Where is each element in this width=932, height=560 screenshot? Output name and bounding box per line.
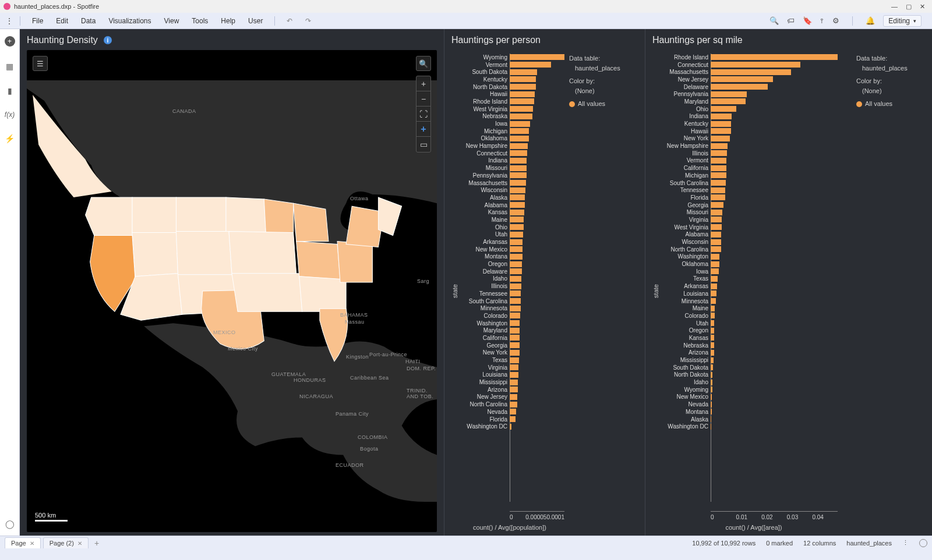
layers-button[interactable]: ☰: [33, 56, 48, 71]
bar[interactable]: [711, 158, 726, 164]
bar[interactable]: [711, 98, 746, 104]
zoom-out-button[interactable]: −: [416, 91, 430, 107]
menu-visualizations[interactable]: Visualizations: [103, 15, 157, 27]
bar[interactable]: [510, 143, 528, 149]
bar[interactable]: [711, 268, 719, 274]
bar[interactable]: [510, 364, 518, 370]
bar[interactable]: [711, 136, 730, 141]
bar[interactable]: [510, 298, 521, 304]
bar[interactable]: [711, 232, 721, 238]
bar[interactable]: [711, 143, 728, 149]
bar[interactable]: [711, 121, 731, 127]
bar[interactable]: [711, 394, 712, 400]
filter-icon[interactable]: ⫯: [820, 16, 824, 25]
bar[interactable]: [510, 402, 517, 407]
bar[interactable]: [510, 394, 517, 400]
bar[interactable]: [711, 290, 716, 296]
bar[interactable]: [510, 136, 529, 141]
bar[interactable]: [510, 283, 521, 289]
bar[interactable]: [510, 202, 525, 208]
bar[interactable]: [711, 62, 800, 68]
bar[interactable]: [510, 342, 520, 348]
bar[interactable]: [510, 350, 520, 356]
info-icon[interactable]: i: [104, 36, 112, 44]
bar[interactable]: [711, 328, 714, 334]
bar[interactable]: [711, 387, 712, 392]
selection-add-button[interactable]: +: [416, 122, 430, 137]
bar[interactable]: [711, 342, 714, 348]
bar[interactable]: [510, 128, 529, 134]
menu-data[interactable]: Data: [75, 15, 101, 27]
menu-user[interactable]: User: [242, 15, 269, 27]
settings-icon[interactable]: ⚙: [832, 16, 839, 25]
bar[interactable]: [711, 224, 722, 230]
mode-selector[interactable]: Editing▾: [883, 15, 922, 27]
menu-help[interactable]: Help: [215, 15, 241, 27]
bar[interactable]: [711, 76, 773, 82]
bar[interactable]: [510, 69, 537, 75]
bar[interactable]: [510, 424, 511, 430]
bar[interactable]: [711, 106, 736, 112]
bar[interactable]: [510, 165, 527, 171]
maximize-icon[interactable]: ▢: [906, 3, 912, 10]
bar[interactable]: [510, 261, 522, 267]
bar[interactable]: [711, 210, 722, 215]
bar[interactable]: [711, 402, 712, 407]
menu-edit[interactable]: Edit: [50, 15, 74, 27]
add-visualization-button[interactable]: +: [5, 36, 15, 47]
bar[interactable]: [510, 172, 527, 178]
bar[interactable]: [711, 128, 731, 134]
bookmark-icon[interactable]: 🔖: [803, 16, 812, 25]
bolt-tool-icon[interactable]: ⚡: [5, 134, 15, 143]
bar[interactable]: [510, 158, 527, 164]
bar[interactable]: [711, 283, 717, 289]
bar[interactable]: [510, 98, 534, 104]
bar[interactable]: [510, 150, 527, 156]
tag-icon[interactable]: 🏷: [787, 16, 795, 25]
bar[interactable]: [711, 313, 715, 318]
fx-tool-icon[interactable]: f(x): [5, 111, 15, 119]
bar[interactable]: [711, 187, 725, 193]
close-tab-icon[interactable]: ✕: [30, 540, 34, 547]
bar[interactable]: [510, 76, 536, 82]
bar[interactable]: [711, 114, 732, 119]
bar[interactable]: [711, 84, 768, 90]
bar[interactable]: [711, 91, 747, 97]
bar[interactable]: [711, 306, 715, 311]
menu-handle-icon[interactable]: ⋮: [5, 16, 14, 26]
page-tab-2[interactable]: Page (2)✕: [43, 537, 89, 548]
bar[interactable]: [510, 232, 523, 238]
bar[interactable]: [711, 409, 712, 414]
recommendations-icon[interactable]: ◯: [5, 519, 15, 529]
menu-view[interactable]: View: [158, 15, 185, 27]
bar[interactable]: [711, 335, 714, 341]
selection-rect-button[interactable]: ▭: [416, 137, 430, 152]
bar[interactable]: [510, 121, 530, 127]
bar[interactable]: [510, 62, 551, 68]
bar[interactable]: [510, 320, 520, 326]
bar[interactable]: [711, 254, 719, 260]
table-tool-icon[interactable]: ▦: [6, 62, 13, 71]
bar[interactable]: [510, 180, 526, 186]
chart2-body[interactable]: state Rhode IslandConnecticutMassachuset…: [652, 50, 925, 532]
bar[interactable]: [510, 328, 520, 334]
bar[interactable]: [711, 372, 712, 378]
barchart-tool-icon[interactable]: ▮: [8, 86, 12, 95]
bar[interactable]: [711, 150, 727, 156]
page-tab-1[interactable]: Page✕: [5, 537, 41, 548]
menu-file[interactable]: File: [26, 15, 49, 27]
bar[interactable]: [510, 246, 523, 252]
bar[interactable]: [711, 380, 712, 385]
bar[interactable]: [711, 54, 838, 60]
bar[interactable]: [510, 409, 516, 414]
bar[interactable]: [510, 290, 521, 296]
bar[interactable]: [510, 335, 520, 341]
bar[interactable]: [510, 372, 518, 378]
bar[interactable]: [510, 106, 533, 112]
bar[interactable]: [510, 387, 518, 392]
bar[interactable]: [711, 239, 721, 245]
bar[interactable]: [510, 313, 520, 318]
bar[interactable]: [510, 84, 536, 90]
bar[interactable]: [510, 357, 519, 363]
bar[interactable]: [711, 350, 714, 356]
